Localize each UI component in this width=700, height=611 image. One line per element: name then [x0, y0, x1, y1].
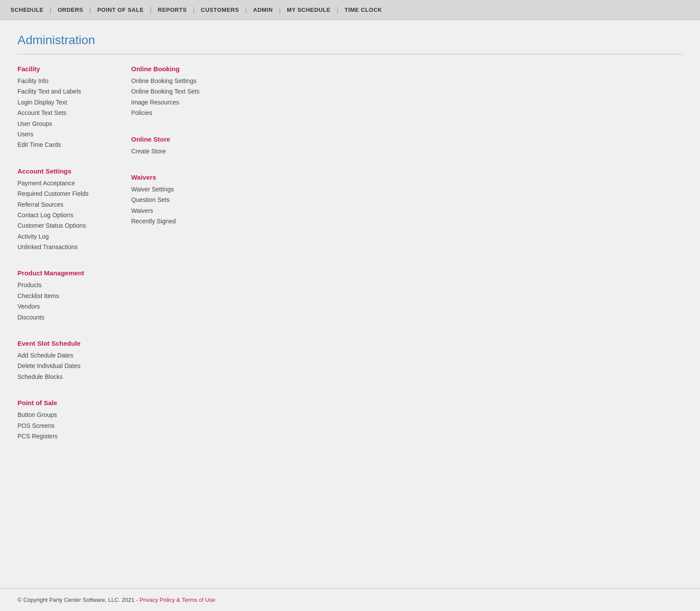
section-account-settings-links: Payment Acceptance Required Customer Fie…	[17, 178, 131, 252]
list-item: Recently Signed	[131, 216, 262, 226]
link-edit-time-cards[interactable]: Edit Time Cards	[17, 141, 61, 148]
list-item: Users	[17, 129, 131, 139]
list-item: Payment Acceptance	[17, 178, 131, 188]
nav-time-clock[interactable]: TIME CLOCK	[338, 7, 388, 13]
section-online-store-title: Online Store	[131, 135, 262, 143]
link-referral-sources[interactable]: Referral Sources	[17, 201, 63, 208]
list-item: Image Resources	[131, 97, 262, 107]
top-navigation: SCHEDULE | ORDERS | POINT OF SALE | REPO…	[0, 0, 700, 20]
list-item: Waivers	[131, 206, 262, 215]
section-event-slot-schedule-title: Event Slot Schedule	[17, 340, 131, 347]
list-item: User Groups	[17, 119, 131, 128]
section-online-booking-title: Online Booking	[131, 65, 262, 73]
nav-reports[interactable]: REPORTS	[152, 7, 193, 13]
section-point-of-sale-title: Point of Sale	[17, 399, 131, 406]
list-item: Contact Log Options	[17, 210, 131, 220]
section-point-of-sale: Point of Sale Button Groups POS Screens …	[17, 399, 131, 441]
section-waivers-links: Waiver Settings Question Sets Waivers Re…	[131, 184, 262, 226]
link-activity-log[interactable]: Activity Log	[17, 233, 49, 240]
link-facility-text-labels[interactable]: Facility Text and Labels	[17, 88, 81, 95]
link-contact-log-options[interactable]: Contact Log Options	[17, 212, 73, 219]
nav-schedule[interactable]: SCHEDULE	[9, 7, 50, 13]
link-waiver-settings[interactable]: Waiver Settings	[131, 186, 174, 193]
admin-grid: Facility Facility Info Facility Text and…	[17, 65, 683, 458]
link-add-schedule-dates[interactable]: Add Schedule Dates	[17, 352, 73, 359]
list-item: Checklist Items	[17, 291, 131, 301]
footer-privacy-link[interactable]: Privacy Policy & Terms of Use	[139, 597, 215, 603]
link-waivers[interactable]: Waivers	[131, 207, 153, 214]
nav-orders[interactable]: ORDERS	[52, 7, 90, 13]
list-item: Online Booking Text Sets	[131, 87, 262, 96]
list-item: Account Text Sets	[17, 108, 131, 118]
list-item: Edit Time Cards	[17, 140, 131, 149]
section-facility: Facility Facility Info Facility Text and…	[17, 65, 131, 150]
list-item: Customer Status Options	[17, 221, 131, 230]
section-waivers: Waivers Waiver Settings Question Sets Wa…	[131, 174, 262, 226]
list-item: Login Display Text	[17, 97, 131, 107]
link-users[interactable]: Users	[17, 131, 34, 138]
link-unlinked-transactions[interactable]: Unlinked Transactions	[17, 243, 78, 250]
section-event-slot-schedule: Event Slot Schedule Add Schedule Dates D…	[17, 340, 131, 382]
link-payment-acceptance[interactable]: Payment Acceptance	[17, 180, 75, 187]
section-online-store: Online Store Create Store	[131, 135, 262, 156]
link-online-booking-settings[interactable]: Online Booking Settings	[131, 77, 196, 84]
nav-point-of-sale[interactable]: POINT OF SALE	[91, 7, 150, 13]
link-create-store[interactable]: Create Store	[131, 148, 166, 155]
section-account-settings-title: Account Settings	[17, 167, 131, 175]
list-item: Products	[17, 280, 131, 290]
list-item: Activity Log	[17, 232, 131, 241]
section-facility-links: Facility Info Facility Text and Labels L…	[17, 76, 131, 150]
main-content: Administration Facility Facility Info Fa…	[0, 20, 700, 588]
link-required-customer-fields[interactable]: Required Customer Fields	[17, 190, 89, 197]
link-customer-status-options[interactable]: Customer Status Options	[17, 222, 86, 229]
link-online-booking-text-sets[interactable]: Online Booking Text Sets	[131, 88, 199, 95]
section-facility-title: Facility	[17, 65, 131, 73]
section-product-management-title: Product Management	[17, 269, 131, 277]
footer: © Copyright Party Center Software, LLC. …	[0, 588, 700, 611]
list-item: POS Screens	[17, 421, 131, 430]
link-pos-screens[interactable]: POS Screens	[17, 422, 55, 429]
link-login-display-text[interactable]: Login Display Text	[17, 99, 67, 106]
section-product-management-links: Products Checklist Items Vendors Discoun…	[17, 280, 131, 322]
link-pcs-registers[interactable]: PCS Registers	[17, 433, 58, 440]
link-account-text-sets[interactable]: Account Text Sets	[17, 109, 66, 116]
list-item: Policies	[131, 108, 262, 118]
list-item: Unlinked Transactions	[17, 242, 131, 252]
list-item: Required Customer Fields	[17, 189, 131, 198]
link-vendors[interactable]: Vendors	[17, 303, 40, 310]
link-schedule-blocks[interactable]: Schedule Blocks	[17, 373, 63, 380]
list-item: Referral Sources	[17, 200, 131, 209]
section-point-of-sale-links: Button Groups POS Screens PCS Registers	[17, 410, 131, 441]
link-user-groups[interactable]: User Groups	[17, 120, 52, 127]
section-product-management: Product Management Products Checklist It…	[17, 269, 131, 322]
link-image-resources[interactable]: Image Resources	[131, 99, 179, 106]
link-question-sets[interactable]: Question Sets	[131, 196, 170, 203]
link-discounts[interactable]: Discounts	[17, 314, 44, 321]
section-account-settings: Account Settings Payment Acceptance Requ…	[17, 167, 131, 252]
nav-customers[interactable]: CUSTOMERS	[195, 7, 245, 13]
divider	[17, 54, 683, 54]
nav-my-schedule[interactable]: MY SCHEDULE	[281, 7, 337, 13]
list-item: Schedule Blocks	[17, 372, 131, 382]
list-item: Facility Info	[17, 76, 131, 86]
list-item: PCS Registers	[17, 431, 131, 441]
nav-admin[interactable]: ADMIN	[247, 7, 279, 13]
link-products[interactable]: Products	[17, 281, 42, 288]
link-facility-info[interactable]: Facility Info	[17, 77, 49, 84]
link-recently-signed[interactable]: Recently Signed	[131, 218, 176, 225]
list-item: Facility Text and Labels	[17, 87, 131, 96]
link-button-groups[interactable]: Button Groups	[17, 411, 57, 418]
list-item: Waiver Settings	[131, 184, 262, 194]
link-delete-individual-dates[interactable]: Delete Individual Dates	[17, 362, 80, 369]
link-policies[interactable]: Policies	[131, 109, 152, 116]
list-item: Button Groups	[17, 410, 131, 420]
list-item: Online Booking Settings	[131, 76, 262, 86]
footer-copyright: © Copyright Party Center Software, LLC. …	[17, 597, 139, 603]
section-online-booking-links: Online Booking Settings Online Booking T…	[131, 76, 262, 118]
list-item: Create Store	[131, 146, 262, 156]
section-online-store-links: Create Store	[131, 146, 262, 156]
admin-right-column: Online Booking Online Booking Settings O…	[131, 65, 262, 458]
page-title: Administration	[17, 33, 683, 47]
list-item: Delete Individual Dates	[17, 361, 131, 371]
link-checklist-items[interactable]: Checklist Items	[17, 292, 59, 299]
